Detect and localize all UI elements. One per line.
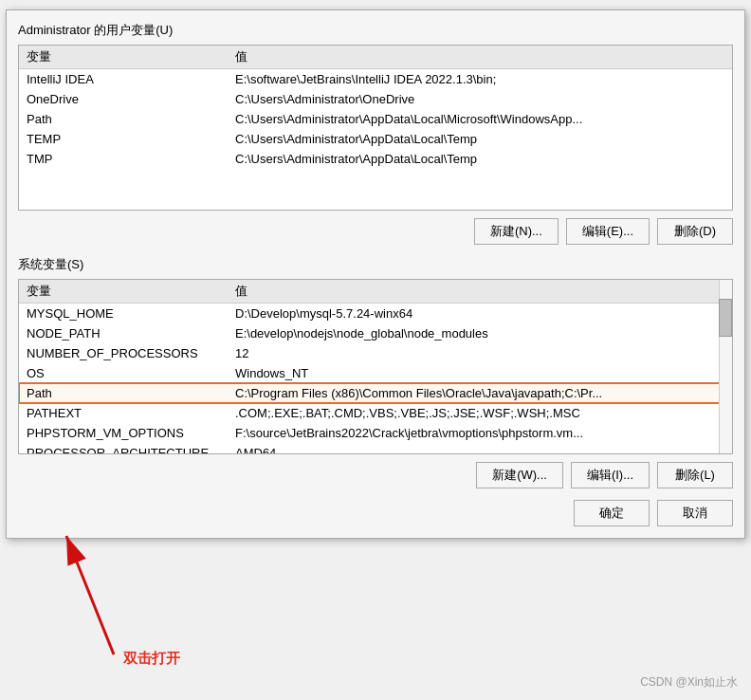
sys-delete-button[interactable]: 删除(L) (657, 462, 733, 488)
sys-var-name: OS (19, 363, 228, 383)
sys-var-name: NUMBER_OF_PROCESSORS (19, 343, 228, 363)
user-buttons-row: 新建(N)... 编辑(E)... 删除(D) (18, 218, 733, 245)
user-var-value: C:\Users\Administrator\AppData\Local\Tem… (228, 129, 732, 149)
sys-var-value: E:\develop\nodejs\node_global\node_modul… (228, 323, 732, 343)
cancel-button[interactable]: 取消 (657, 500, 733, 526)
bottom-buttons-row: 确定 取消 (18, 500, 733, 526)
sys-var-name: MYSQL_HOME (19, 304, 228, 324)
user-var-value: C:\Users\Administrator\OneDrive (228, 89, 732, 109)
system-vars-table-container: 变量 值 MYSQL_HOMED:\Develop\mysql-5.7.24-w… (18, 279, 733, 454)
ok-button[interactable]: 确定 (574, 500, 650, 526)
user-col-val-header: 值 (228, 46, 732, 69)
double-click-label: 双击打开 (123, 650, 180, 668)
sys-var-name: PROCESSOR_ARCHITECTURE (19, 443, 228, 454)
user-col-var-header: 变量 (19, 46, 228, 69)
system-buttons-row: 新建(W)... 编辑(I)... 删除(L) (18, 462, 733, 488)
sys-table-row[interactable]: PathC:\Program Files (x86)\Common Files\… (19, 383, 732, 403)
sys-var-value: F:\source\JetBrains2022\Crack\jetbra\vmo… (228, 423, 732, 443)
sys-new-button[interactable]: 新建(W)... (476, 462, 563, 488)
system-vars-table: 变量 值 MYSQL_HOMED:\Develop\mysql-5.7.24-w… (19, 280, 732, 454)
sys-var-value: D:\Develop\mysql-5.7.24-winx64 (228, 304, 732, 324)
scrollbar[interactable] (719, 280, 732, 453)
sys-var-name: NODE_PATH (19, 323, 228, 343)
sys-var-name: PATHEXT (19, 403, 228, 423)
sys-col-var-header: 变量 (19, 280, 228, 304)
sys-table-row[interactable]: PATHEXT.COM;.EXE;.BAT;.CMD;.VBS;.VBE;.JS… (19, 403, 732, 423)
user-var-value: C:\Users\Administrator\AppData\Local\Mic… (228, 109, 732, 129)
user-table-row[interactable]: IntelliJ IDEAE:\software\JetBrains\Intel… (19, 69, 732, 90)
env-variables-dialog: Administrator 的用户变量(U) 变量 值 IntelliJ IDE… (6, 9, 745, 539)
watermark: CSDN @Xin如止水 (640, 674, 738, 691)
sys-var-name: Path (19, 383, 228, 403)
user-var-name: TMP (19, 149, 228, 169)
user-table-row[interactable]: TEMPC:\Users\Administrator\AppData\Local… (19, 129, 732, 149)
user-edit-button[interactable]: 编辑(E)... (566, 218, 650, 245)
sys-table-row[interactable]: NUMBER_OF_PROCESSORS12 (19, 343, 732, 363)
sys-table-row[interactable]: NODE_PATHE:\develop\nodejs\node_global\n… (19, 323, 732, 343)
sys-var-name: PHPSTORM_VM_OPTIONS (19, 423, 228, 443)
sys-col-val-header: 值 (228, 280, 732, 304)
sys-table-row[interactable]: PROCESSOR_ARCHITECTUREAMD64 (19, 443, 732, 454)
user-delete-button[interactable]: 删除(D) (657, 218, 733, 245)
user-var-value: C:\Users\Administrator\AppData\Local\Tem… (228, 149, 732, 169)
user-var-name: IntelliJ IDEA (19, 69, 228, 90)
user-section-title: Administrator 的用户变量(U) (18, 22, 733, 39)
user-var-name: TEMP (19, 129, 228, 149)
user-new-button[interactable]: 新建(N)... (474, 218, 559, 245)
sys-var-value: Windows_NT (228, 363, 732, 383)
user-var-name: OneDrive (19, 89, 228, 109)
user-vars-table: 变量 值 IntelliJ IDEAE:\software\JetBrains\… (19, 46, 732, 169)
user-var-name: Path (19, 109, 228, 129)
system-section-title: 系统变量(S) (18, 256, 733, 273)
user-table-row[interactable]: OneDriveC:\Users\Administrator\OneDrive (19, 89, 732, 109)
sys-var-value: .COM;.EXE;.BAT;.CMD;.VBS;.VBE;.JS;.JSE;.… (228, 403, 732, 423)
user-var-value: E:\software\JetBrains\IntelliJ IDEA 2022… (228, 69, 732, 90)
sys-table-row[interactable]: OSWindows_NT (19, 363, 732, 383)
user-table-row[interactable]: PathC:\Users\Administrator\AppData\Local… (19, 109, 732, 129)
user-vars-table-container: 变量 值 IntelliJ IDEAE:\software\JetBrains\… (18, 45, 733, 211)
sys-edit-button[interactable]: 编辑(I)... (571, 462, 650, 488)
sys-var-value: AMD64 (228, 443, 732, 454)
sys-table-row[interactable]: PHPSTORM_VM_OPTIONSF:\source\JetBrains20… (19, 423, 732, 443)
sys-var-value: 12 (228, 343, 732, 363)
sys-table-row[interactable]: MYSQL_HOMED:\Develop\mysql-5.7.24-winx64 (19, 304, 732, 324)
sys-var-value: C:\Program Files (x86)\Common Files\Orac… (228, 383, 732, 403)
user-table-row[interactable]: TMPC:\Users\Administrator\AppData\Local\… (19, 149, 732, 169)
scrollbar-thumb[interactable] (719, 299, 732, 337)
svg-line-1 (66, 536, 114, 654)
